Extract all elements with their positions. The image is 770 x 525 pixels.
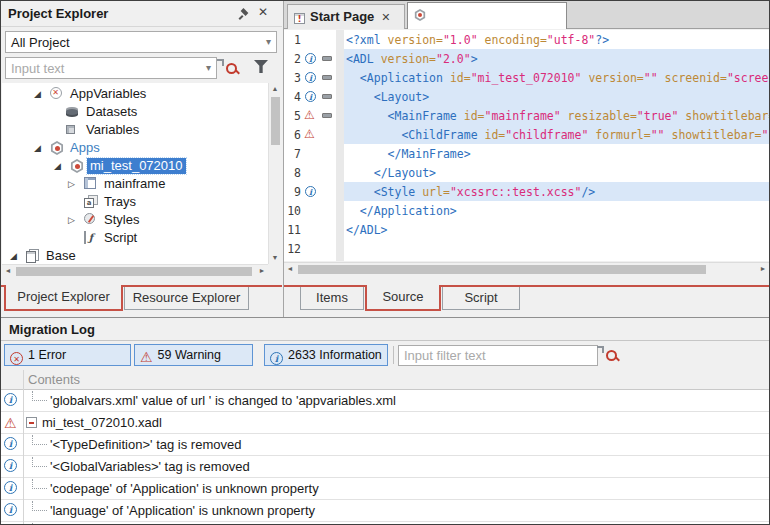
fold-marker[interactable] xyxy=(322,94,332,99)
tab-project-explorer[interactable]: Project Explorer xyxy=(4,285,123,311)
editor-view-tab-strip: Items Source Script xyxy=(284,285,769,317)
scroll-left-icon[interactable]: ◄ xyxy=(2,265,14,277)
collapse-arrow-icon[interactable]: ◢ xyxy=(34,143,41,153)
tree-item-mi_test_072010[interactable]: ◢mi_test_072010 xyxy=(2,157,268,175)
tree-item-appvariables[interactable]: ◢AppVariables xyxy=(2,85,268,103)
code-line-12[interactable]: 12 xyxy=(284,239,769,258)
tab-resource-explorer[interactable]: Resource Explorer xyxy=(124,287,249,310)
collapse-arrow-icon[interactable]: ◢ xyxy=(54,161,61,171)
scroll-right-icon[interactable]: ► xyxy=(256,265,268,277)
scroll-thumb[interactable] xyxy=(298,265,706,274)
datasets-icon xyxy=(66,107,78,117)
code-line-10[interactable]: 10 </Application> xyxy=(284,201,769,220)
log-row[interactable]: i'<TypeDefinition>' tag is removed xyxy=(1,434,769,456)
tree-item-script[interactable]: ƒScript xyxy=(2,229,268,247)
code-line-5[interactable]: 5⚠ <MainFrame id="mainframe" resizable="… xyxy=(284,106,769,125)
app-icon xyxy=(50,141,64,155)
code-line-4[interactable]: 4i <Layout> xyxy=(284,87,769,106)
fold-marker[interactable] xyxy=(322,75,332,80)
tab-source[interactable]: Source xyxy=(365,285,441,311)
scroll-thumb[interactable] xyxy=(271,97,280,145)
collapse-box-icon[interactable] xyxy=(26,417,37,428)
tree-search-input[interactable] xyxy=(6,58,196,78)
tree-item-label: AppVariables xyxy=(70,86,146,101)
code-line-3[interactable]: 3i <Application id="mi_test_072010" vers… xyxy=(284,68,769,87)
info-marker-icon: i xyxy=(305,186,316,197)
expand-arrow-icon[interactable]: ▷ xyxy=(68,179,75,189)
tree-item-datasets[interactable]: Datasets xyxy=(2,103,268,121)
code-line-11[interactable]: 11</ADL> xyxy=(284,220,769,239)
collapse-arrow-icon[interactable]: ◢ xyxy=(34,89,41,99)
log-row[interactable]: ⚠mi_test_072010.xadl xyxy=(1,412,769,434)
log-search-button[interactable] xyxy=(605,346,625,364)
filter-label: 1 Error xyxy=(28,348,66,362)
tree-item-label: Apps xyxy=(70,140,100,155)
code-line-1[interactable]: 1<?xml version="1.0" encoding="utf-8"?> xyxy=(284,30,769,49)
tree-item-apps[interactable]: ◢Apps xyxy=(2,139,268,157)
migration-log-panel: Migration Log ✕1 Error 59 Warning i2633 … xyxy=(1,317,769,524)
tab-script[interactable]: Script xyxy=(442,287,520,310)
tab-xadl-document[interactable]: mi_test_072010.xadl✕ xyxy=(407,2,567,29)
panel-title: Project Explorer xyxy=(8,6,108,21)
tree-item-trays[interactable]: Trays xyxy=(2,193,268,211)
code-line-2[interactable]: 2i<ADL version="2.0"> xyxy=(284,49,769,68)
warning-filter-button[interactable]: 59 Warning xyxy=(134,344,253,366)
tree-item-variables[interactable]: Variables xyxy=(2,121,268,139)
xml-source-editor[interactable]: 1<?xml version="1.0" encoding="utf-8"?>2… xyxy=(284,30,769,261)
pin-icon[interactable] xyxy=(239,8,251,20)
log-filter-inputbox[interactable] xyxy=(398,345,598,366)
tree-item-label: Trays xyxy=(104,194,136,209)
editor-panel: !Start Page✕ mi_test_072010.xadl✕ 1<?xml… xyxy=(283,1,769,317)
log-row[interactable]: i'globalvars.xml' value of url ' is chan… xyxy=(1,390,769,412)
tree-horizontal-scrollbar[interactable]: ◄ ► xyxy=(2,264,268,277)
line-number: 10 xyxy=(284,204,301,218)
scroll-left-icon[interactable]: ◄ xyxy=(284,263,296,275)
tree-item-mainframe[interactable]: ▷mainframe xyxy=(2,175,268,193)
fold-marker[interactable] xyxy=(322,56,332,61)
log-grid-header: Contents xyxy=(1,370,769,390)
line-number: 5 xyxy=(284,109,301,123)
code-line-7[interactable]: 7 </MainFrame> xyxy=(284,144,769,163)
log-row[interactable]: i'codepage' of 'Application' is unknown … xyxy=(1,478,769,500)
tree-item-styles[interactable]: ▷Styles xyxy=(2,211,268,229)
start-page-icon: ! xyxy=(294,13,305,24)
project-filter-select[interactable]: All Project ▾ xyxy=(5,31,277,53)
scroll-right-icon[interactable]: ► xyxy=(757,263,769,275)
line-number: 1 xyxy=(284,33,301,47)
error-filter-button[interactable]: ✕1 Error xyxy=(4,344,131,366)
close-icon[interactable]: ✕ xyxy=(258,5,268,19)
scroll-thumb[interactable] xyxy=(16,267,252,276)
code-text: </Layout> xyxy=(346,166,436,180)
close-tab-icon[interactable]: ✕ xyxy=(381,11,390,23)
scroll-up-icon[interactable]: ▲ xyxy=(269,83,281,95)
fold-marker[interactable] xyxy=(322,113,332,118)
line-number: 4 xyxy=(284,90,301,104)
scroll-down-icon[interactable]: ▼ xyxy=(269,252,281,264)
info-filter-button[interactable]: i2633 Information xyxy=(264,344,388,366)
tab-label: Resource Explorer xyxy=(133,290,241,305)
project-tree: ◢AppVariablesDatasetsVariables◢Apps◢mi_t… xyxy=(2,83,268,264)
log-row[interactable]: i'<GlobalVariables>' tag is removed xyxy=(1,456,769,478)
tree-vertical-scrollbar[interactable]: ▲ ▼ xyxy=(268,83,281,264)
line-number: 8 xyxy=(284,166,301,180)
filter-funnel-icon[interactable] xyxy=(254,60,268,73)
editor-horizontal-scrollbar[interactable]: ◄ ► xyxy=(284,262,769,275)
tab-items[interactable]: Items xyxy=(300,287,364,310)
warning-marker-icon: ⚠ xyxy=(304,108,315,122)
code-line-9[interactable]: 9i <Style url="xcssrc::test.xcss"/> xyxy=(284,182,769,201)
log-row[interactable]: i'language' of 'Application' is unknown … xyxy=(1,500,769,522)
search-button[interactable] xyxy=(225,59,245,78)
chevron-down-icon[interactable]: ▾ xyxy=(206,62,211,73)
log-row[interactable]: i'mainframeurl' of 'Application' is unkn… xyxy=(1,522,769,524)
collapse-arrow-icon[interactable]: ◢ xyxy=(10,251,17,261)
expand-arrow-icon[interactable]: ▷ xyxy=(68,215,75,225)
log-row-text: '<GlobalVariables>' tag is removed xyxy=(50,459,250,474)
code-line-6[interactable]: 6⚠ <ChildFrame id="childframe" formurl="… xyxy=(284,125,769,144)
info-icon: i xyxy=(4,503,17,516)
tab-start-page[interactable]: !Start Page✕ xyxy=(287,4,405,29)
tree-search-inputbox[interactable]: ▾ xyxy=(5,57,217,79)
tree-item-base[interactable]: ◢Base xyxy=(2,247,268,264)
log-column-divider xyxy=(23,370,24,524)
log-filter-input[interactable] xyxy=(399,346,597,365)
code-line-8[interactable]: 8 </Layout> xyxy=(284,163,769,182)
